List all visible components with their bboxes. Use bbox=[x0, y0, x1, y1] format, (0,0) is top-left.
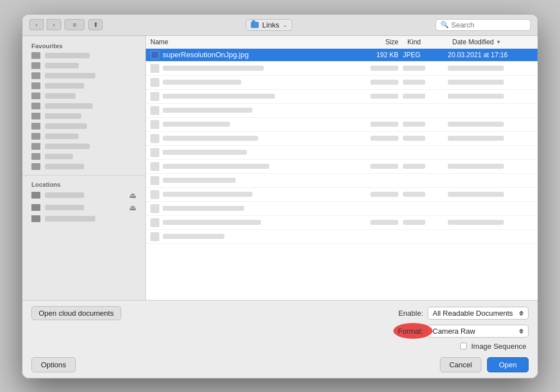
sidebar-item[interactable] bbox=[22, 50, 145, 61]
image-sequence-label: Image Sequence bbox=[471, 342, 526, 351]
sidebar-item[interactable] bbox=[22, 91, 145, 101]
sidebar-item-icon bbox=[31, 103, 40, 109]
table-row[interactable]: superResolutionOnJpg.jpg 192 KB JPEG 20.… bbox=[146, 49, 538, 62]
sidebar-item-label bbox=[45, 93, 76, 99]
right-buttons: Cancel Open bbox=[440, 357, 529, 372]
sidebar-location-item[interactable] bbox=[22, 214, 145, 224]
folder-icon bbox=[251, 22, 259, 28]
format-label-wrapper: Format: bbox=[398, 327, 423, 335]
column-header-size[interactable]: Size bbox=[358, 38, 403, 46]
file-size: 192 KB bbox=[358, 51, 403, 59]
column-header-name[interactable]: Name bbox=[146, 38, 358, 46]
bottom-row1: Open cloud documents Enable: All Readabl… bbox=[31, 306, 529, 320]
table-row[interactable] bbox=[146, 90, 538, 104]
table-row[interactable] bbox=[146, 160, 538, 174]
enable-select-text: All Readable Documents bbox=[433, 309, 516, 317]
location-label: Links bbox=[262, 21, 279, 29]
sidebar-item[interactable] bbox=[22, 131, 145, 141]
sidebar-item-icon bbox=[31, 72, 40, 79]
eject-icon[interactable]: ⏏ bbox=[129, 191, 136, 200]
file-name: superResolutionOnJpg.jpg bbox=[163, 50, 249, 59]
sidebar-item-label bbox=[45, 123, 87, 129]
view-button[interactable]: ≡ bbox=[65, 19, 85, 30]
sidebar-item[interactable] bbox=[22, 141, 145, 151]
sidebar-item[interactable] bbox=[22, 81, 145, 91]
sidebar-item[interactable] bbox=[22, 151, 145, 162]
sidebar-item-label bbox=[45, 216, 95, 222]
format-select-text: Camera Raw bbox=[433, 327, 516, 335]
sidebar-item[interactable] bbox=[22, 71, 145, 81]
image-sequence-checkbox[interactable] bbox=[460, 343, 467, 349]
sidebar-item-icon bbox=[31, 52, 40, 59]
arrow-down-icon bbox=[519, 331, 524, 334]
options-button[interactable]: Options bbox=[31, 357, 76, 372]
sidebar-item-icon bbox=[31, 113, 40, 119]
sidebar-item-label bbox=[45, 103, 93, 109]
favourites-label: Favourites bbox=[22, 40, 145, 50]
sort-arrow-icon: ▼ bbox=[496, 39, 501, 45]
sidebar-item-label bbox=[45, 133, 79, 139]
column-header-kind[interactable]: Kind bbox=[403, 38, 448, 46]
location-picker[interactable]: Links ⌄ bbox=[246, 19, 292, 31]
format-select[interactable]: Camera Raw bbox=[428, 325, 529, 338]
select-arrows-icon bbox=[519, 329, 524, 334]
sidebar-item[interactable] bbox=[22, 101, 145, 111]
table-row[interactable] bbox=[146, 216, 538, 230]
open-dialog: ‹ › ≡ ⬆ Links ⌄ 🔍 Favourites bbox=[22, 14, 538, 379]
table-row[interactable] bbox=[146, 202, 538, 216]
bottom-row2: Format: Camera Raw bbox=[31, 325, 529, 338]
sidebar-item-label bbox=[45, 154, 73, 159]
sidebar-location-item[interactable]: ⏏ bbox=[22, 201, 145, 214]
table-row[interactable] bbox=[146, 174, 538, 188]
sidebar-item-label bbox=[45, 192, 84, 198]
sidebar-item[interactable] bbox=[22, 121, 145, 131]
search-box: 🔍 bbox=[435, 19, 531, 31]
sidebar-item[interactable] bbox=[22, 162, 145, 172]
sidebar-location-item[interactable]: ⏏ bbox=[22, 189, 145, 201]
enable-select[interactable]: All Readable Documents bbox=[428, 307, 529, 320]
chevron-down-icon: ⌄ bbox=[283, 22, 287, 28]
sidebar-item-label bbox=[45, 53, 90, 58]
drive-icon bbox=[31, 215, 40, 222]
sidebar-item-icon bbox=[31, 62, 40, 69]
sidebar-item-label bbox=[45, 205, 84, 210]
bottom-row3: Image Sequence bbox=[31, 342, 529, 351]
sidebar-item-label bbox=[45, 113, 81, 119]
locations-label: Locations bbox=[22, 179, 145, 189]
drive-icon bbox=[31, 192, 40, 199]
cloud-documents-button[interactable]: Open cloud documents bbox=[31, 306, 121, 320]
sidebar: Favourites bbox=[22, 36, 146, 300]
table-row[interactable] bbox=[146, 104, 538, 118]
table-row[interactable] bbox=[146, 62, 538, 76]
bottom-bar: Open cloud documents Enable: All Readabl… bbox=[22, 300, 538, 378]
table-row[interactable] bbox=[146, 118, 538, 132]
enable-label: Enable: bbox=[398, 309, 423, 317]
sidebar-item[interactable] bbox=[22, 111, 145, 121]
arrow-up-icon bbox=[519, 311, 524, 313]
arrow-down-icon bbox=[519, 313, 524, 316]
search-icon: 🔍 bbox=[440, 21, 449, 29]
enable-row: Enable: All Readable Documents bbox=[398, 307, 529, 320]
table-row[interactable] bbox=[146, 188, 538, 202]
search-input[interactable] bbox=[451, 21, 524, 29]
table-row[interactable] bbox=[146, 146, 538, 160]
sidebar-item-label bbox=[45, 63, 79, 68]
back-button[interactable]: ‹ bbox=[29, 19, 44, 30]
column-header-date[interactable]: Date Modified ▼ bbox=[448, 38, 538, 46]
bottom-buttons: Options Cancel Open bbox=[31, 357, 529, 372]
sidebar-item-icon bbox=[31, 133, 40, 140]
table-row[interactable] bbox=[146, 76, 538, 90]
open-button[interactable]: Open bbox=[487, 357, 529, 372]
select-arrows-icon bbox=[519, 311, 524, 316]
forward-button[interactable]: › bbox=[47, 19, 61, 30]
file-name-col: superResolutionOnJpg.jpg bbox=[146, 50, 358, 59]
sidebar-item-icon bbox=[31, 123, 40, 130]
cancel-button[interactable]: Cancel bbox=[440, 357, 481, 372]
eject-icon[interactable]: ⏏ bbox=[129, 203, 136, 212]
sidebar-item[interactable] bbox=[22, 61, 145, 71]
table-row[interactable] bbox=[146, 230, 538, 244]
sidebar-item-icon bbox=[31, 153, 40, 160]
main-content: Favourites bbox=[22, 36, 538, 300]
table-row[interactable] bbox=[146, 132, 538, 146]
action-button[interactable]: ⬆ bbox=[88, 19, 103, 30]
